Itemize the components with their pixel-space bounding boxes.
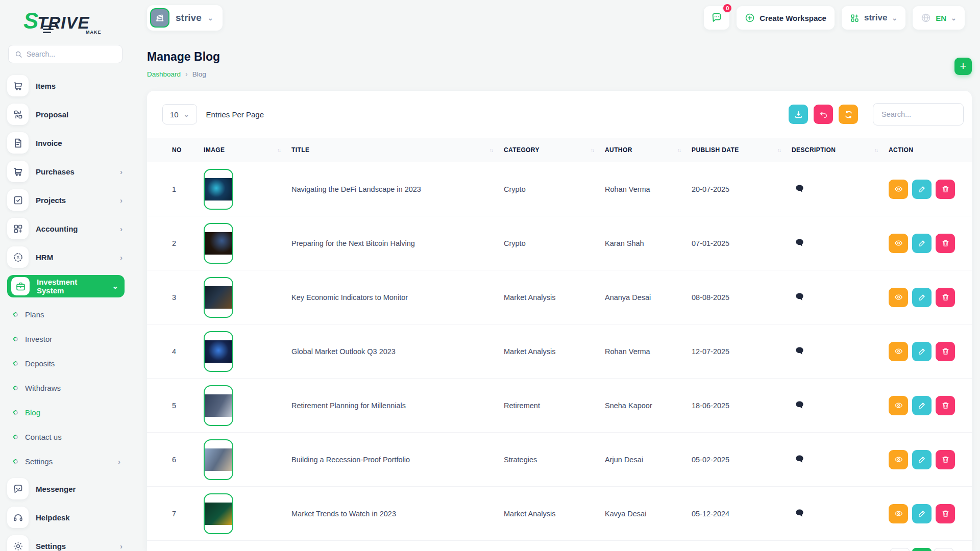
delete-button[interactable] <box>936 504 955 523</box>
breadcrumb-dashboard-link[interactable]: Dashboard <box>147 70 181 78</box>
sidebar-subitem-contact-us[interactable]: Contact us <box>0 424 132 449</box>
sidebar-item-proposal[interactable]: Proposal <box>0 100 132 129</box>
entries-per-page-select[interactable]: 10 ⌄ <box>162 104 197 124</box>
sort-icon[interactable]: ↑↓ <box>277 147 280 153</box>
column-header-no[interactable]: NO <box>147 146 204 154</box>
sidebar-subitem-blog[interactable]: Blog <box>0 400 132 424</box>
delete-button[interactable] <box>936 180 955 199</box>
edit-button[interactable] <box>912 288 932 307</box>
sidebar-subitem-withdraws[interactable]: Withdraws <box>0 375 132 400</box>
blog-thumbnail[interactable] <box>204 277 233 318</box>
pagination-next-button[interactable] <box>934 548 953 551</box>
view-button[interactable] <box>889 342 908 361</box>
pencil-icon <box>918 347 926 356</box>
delete-button[interactable] <box>936 450 955 469</box>
cell-image <box>204 277 291 318</box>
edit-button[interactable] <box>912 396 932 415</box>
sidebar-item-purchases[interactable]: Purchases› <box>0 157 132 186</box>
delete-button[interactable] <box>936 288 955 307</box>
blog-thumbnail[interactable] <box>204 169 233 210</box>
export-download-button[interactable] <box>789 105 808 124</box>
column-header-image[interactable]: IMAGE↑↓ <box>204 146 291 154</box>
sidebar-item-accounting[interactable]: Accounting› <box>0 214 132 243</box>
chevron-down-icon: ⌄ <box>208 14 213 22</box>
add-blog-button[interactable]: + <box>954 58 972 75</box>
sidebar-item-items[interactable]: Items <box>0 71 132 100</box>
delete-button[interactable] <box>936 234 955 253</box>
column-header-label: IMAGE <box>204 146 225 154</box>
view-button[interactable] <box>889 450 908 469</box>
sort-icon[interactable]: ↑↓ <box>777 147 780 153</box>
table-search-input[interactable] <box>873 103 964 126</box>
sidebar-search[interactable] <box>8 45 122 63</box>
cell-author: Rohan Verma <box>605 185 692 193</box>
column-header-title[interactable]: TITLE↑↓ <box>291 146 504 154</box>
blog-thumbnail[interactable] <box>204 439 233 480</box>
comment-icon[interactable] <box>795 295 804 303</box>
sidebar-subitem-plans[interactable]: Plans <box>0 302 132 327</box>
column-header-description[interactable]: DESCRIPTION↑↓ <box>792 146 889 154</box>
edit-button[interactable] <box>912 504 932 523</box>
view-button[interactable] <box>889 180 908 199</box>
cell-publish-date: 20-07-2025 <box>692 185 792 193</box>
view-button[interactable] <box>889 396 908 415</box>
cell-title: Building a Recession-Proof Portfolio <box>291 456 504 464</box>
sort-icon[interactable]: ↑↓ <box>874 147 877 153</box>
view-button[interactable] <box>889 234 908 253</box>
messages-button[interactable]: 0 <box>704 6 729 30</box>
blog-thumbnail[interactable] <box>204 331 233 372</box>
sidebar-item-invoice[interactable]: Invoice <box>0 129 132 157</box>
logo-speed-lines <box>43 26 56 35</box>
sidebar-search-input[interactable] <box>27 50 103 58</box>
sidebar-subitem-investor[interactable]: Investor <box>0 327 132 351</box>
column-header-publish-date[interactable]: PUBLISH DATE↑↓ <box>692 146 792 154</box>
brand-logo-s: S <box>23 8 37 33</box>
sidebar-item-helpdesk[interactable]: Helpdesk <box>0 503 132 532</box>
pagination-current-page[interactable] <box>912 548 932 551</box>
comment-icon[interactable] <box>795 241 804 249</box>
refresh-button[interactable] <box>839 105 858 124</box>
cell-image <box>204 439 291 480</box>
comment-icon[interactable] <box>795 187 804 195</box>
column-header-action[interactable]: ACTION <box>889 146 972 154</box>
chevron-right-icon: › <box>120 253 122 262</box>
delete-button[interactable] <box>936 396 955 415</box>
blog-thumbnail[interactable] <box>204 385 233 426</box>
sort-icon[interactable]: ↑↓ <box>591 147 594 153</box>
blog-thumbnail[interactable] <box>204 223 233 264</box>
edit-button[interactable] <box>912 234 932 253</box>
view-button[interactable] <box>889 504 908 523</box>
sidebar-item-investment-system[interactable]: Investment System⌄ <box>7 275 125 297</box>
comment-icon[interactable] <box>795 511 804 519</box>
edit-button[interactable] <box>912 450 932 469</box>
sidebar-subitem-settings[interactable]: Settings› <box>0 449 132 473</box>
delete-button[interactable] <box>936 342 955 361</box>
sidebar-item-messenger[interactable]: Messenger <box>0 474 132 503</box>
create-workspace-button[interactable]: Create Workspace <box>737 6 835 30</box>
pagination-prev-button[interactable] <box>890 548 910 551</box>
cell-image <box>204 493 291 534</box>
table-row: 4Global Market Outlook Q3 2023Market Ana… <box>147 324 972 379</box>
bullet-icon <box>13 360 19 366</box>
chevron-down-icon: ⌄ <box>892 14 897 22</box>
sidebar-subitem-deposits[interactable]: Deposits <box>0 351 132 375</box>
column-header-category[interactable]: CATEGORY↑↓ <box>504 146 605 154</box>
sort-icon[interactable]: ↑↓ <box>677 147 680 153</box>
edit-button[interactable] <box>912 342 932 361</box>
column-header-author[interactable]: AUTHOR↑↓ <box>605 146 692 154</box>
edit-button[interactable] <box>912 180 932 199</box>
sidebar-item-projects[interactable]: Projects› <box>0 186 132 214</box>
undo-button[interactable] <box>814 105 833 124</box>
comment-icon[interactable] <box>795 349 804 357</box>
view-button[interactable] <box>889 288 908 307</box>
comment-icon[interactable] <box>795 457 804 465</box>
sidebar-item-settings[interactable]: Settings› <box>0 532 132 551</box>
sort-icon[interactable]: ↑↓ <box>489 147 493 153</box>
language-selector[interactable]: EN ⌄ <box>913 6 965 30</box>
comment-icon[interactable] <box>795 403 804 411</box>
workspace-selector[interactable]: strive ⌄ <box>147 5 223 31</box>
workspace-switcher[interactable]: strive ⌄ <box>842 6 905 30</box>
blog-thumbnail[interactable] <box>204 493 233 534</box>
sidebar-item-hrm[interactable]: HRM› <box>0 243 132 271</box>
cell-author: Rohan Verma <box>605 347 692 356</box>
